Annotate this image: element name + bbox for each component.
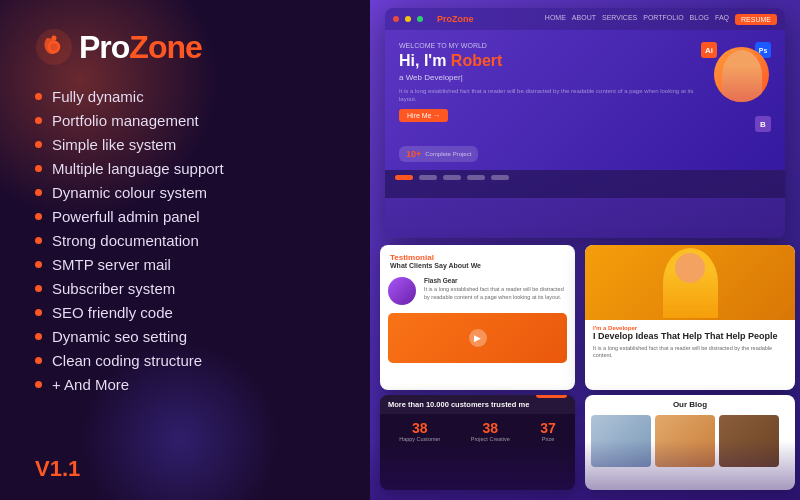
blog-image-1 [591, 415, 651, 467]
logo-pro: Pro [79, 29, 129, 65]
stat-prize-label: Prize [540, 436, 556, 442]
nav-links: HOME ABOUT SERVICES PORTFOLIO BLOG FAQ R… [545, 14, 777, 25]
main-mockup: ProZone HOME ABOUT SERVICES PORTFOLIO BL… [385, 8, 785, 238]
nav-dot-red [393, 16, 399, 22]
nav-link-about: ABOUT [572, 14, 596, 25]
reviewer-avatar [388, 277, 416, 305]
developer-head [675, 253, 705, 283]
footer-dot-1 [395, 175, 413, 180]
logo-area: ProZone [35, 28, 360, 66]
svg-point-2 [52, 36, 57, 41]
list-item: Powerfull admin panel [35, 208, 360, 225]
blog-image-2 [655, 415, 715, 467]
project-title: More than 10.000 customers trusted me [388, 400, 567, 409]
stat-prize-num: 37 [540, 420, 556, 436]
list-item: Fully dynamic [35, 88, 360, 105]
left-panel: ProZone Fully dynamic Portfolio manageme… [0, 0, 390, 500]
list-item: SEO friendly code [35, 304, 360, 321]
footer-dot-4 [467, 175, 485, 180]
logo-text: ProZone [79, 29, 202, 66]
blog-title: Our Blog [593, 400, 787, 409]
testimonial-content: Flash Gear It is a long established fact… [424, 277, 567, 305]
hero-welcome: WELCOME TO MY WORLD [399, 42, 701, 49]
mockup-navbar: ProZone HOME ABOUT SERVICES PORTFOLIO BL… [385, 8, 785, 30]
testimonial-header: Testimonial What Clients Say About We [380, 245, 575, 273]
blog-images [585, 412, 795, 470]
reviewer-name: Flash Gear [424, 277, 567, 284]
logo-zone: Zone [129, 29, 201, 65]
bullet-icon [35, 93, 42, 100]
hero-avatar-area: Ai Ps B [701, 42, 771, 142]
hero-section: WELCOME TO MY WORLD Hi, I'm Robert a Web… [385, 30, 785, 170]
testimonial-tag: Testimonial [390, 253, 565, 262]
developer-title: I Develop Ideas That Help That Help Peop… [593, 331, 787, 343]
blog-header: Our Blog [585, 395, 795, 412]
stat-happy-label: Happy Customer [399, 436, 440, 442]
nav-link-home: HOME [545, 14, 566, 25]
developer-info: I'm a Developer I Develop Ideas That Hel… [585, 320, 795, 365]
list-item: Multiple language support [35, 160, 360, 177]
bullet-icon [35, 117, 42, 124]
play-button[interactable]: ▶ [469, 329, 487, 347]
list-item: Simple like system [35, 136, 360, 153]
video-thumbnail[interactable]: ▶ [388, 313, 567, 363]
testimonial-body: Flash Gear It is a long established fact… [380, 273, 575, 309]
version-badge: V1.1 [35, 456, 80, 482]
badge-bootstrap: B [755, 116, 771, 132]
developer-desc: It is a long established fact that a rea… [593, 345, 787, 360]
hero-role: a Web Developer| [399, 73, 701, 82]
bullet-icon [35, 189, 42, 196]
nav-dot-green [417, 16, 423, 22]
nav-link-services: SERVICES [602, 14, 637, 25]
nav-logo: ProZone [437, 14, 474, 24]
bullet-icon [35, 237, 42, 244]
bullet-icon [35, 357, 42, 364]
resume-button[interactable]: RESUME [735, 14, 777, 25]
nav-link-blog: BLOG [690, 14, 709, 25]
feature-list: Fully dynamic Portfolio management Simpl… [35, 88, 360, 393]
stat-creative-num: 38 [471, 420, 510, 436]
bullet-icon [35, 333, 42, 340]
developer-card: I'm a Developer I Develop Ideas That Hel… [585, 245, 795, 390]
nav-link-faq: FAQ [715, 14, 729, 25]
hire-me-btn-2[interactable]: Hire Me [536, 395, 567, 398]
developer-figure [663, 248, 718, 318]
mockup-row-3: Hire Me More than 10.000 customers trust… [380, 395, 795, 490]
right-panel: ProZone HOME ABOUT SERVICES PORTFOLIO BL… [370, 0, 800, 500]
badge-ai: Ai [701, 42, 717, 58]
testimonial-text: It is a long established fact that a rea… [424, 286, 567, 301]
mockup-row-2: Testimonial What Clients Say About We Fl… [380, 245, 795, 390]
hire-me-button[interactable]: Hire Me → [399, 109, 448, 122]
project-stats: 38 Happy Customer 38 Project Creative 37… [380, 414, 575, 448]
list-item: Portfolio management [35, 112, 360, 129]
list-item: SMTP server mail [35, 256, 360, 273]
blog-image-3 [719, 415, 779, 467]
bullet-icon [35, 213, 42, 220]
blog-card: Our Blog [585, 395, 795, 490]
list-item: Dynamic colour system [35, 184, 360, 201]
stat-number: 10+ [406, 149, 421, 159]
avatar-circle [714, 47, 769, 102]
hero-greeting: Hi, I'm Robert [399, 52, 701, 70]
bullet-icon [35, 165, 42, 172]
project-stats-card: Hire Me More than 10.000 customers trust… [380, 395, 575, 490]
testimonial-title: What Clients Say About We [390, 262, 565, 269]
stat-label: Complete Project [425, 151, 471, 157]
nav-dot-yellow [405, 16, 411, 22]
testimonial-card: Testimonial What Clients Say About We Fl… [380, 245, 575, 390]
stat-happy-num: 38 [399, 420, 440, 436]
stat-box-2: 38 Project Creative [471, 420, 510, 442]
list-item: Strong documentation [35, 232, 360, 249]
hero-desc: It is a long established fact that a rea… [399, 87, 701, 104]
footer-dot-3 [443, 175, 461, 180]
list-item: Clean coding structure [35, 352, 360, 369]
footer-dot-5 [491, 175, 509, 180]
footer-dot-2 [419, 175, 437, 180]
hero-text: WELCOME TO MY WORLD Hi, I'm Robert a Web… [399, 42, 701, 158]
bullet-icon [35, 381, 42, 388]
bullet-icon [35, 141, 42, 148]
logo-icon [35, 28, 73, 66]
hero-stat: 10+ Complete Project [399, 146, 478, 162]
stat-box-3: 37 Prize [540, 420, 556, 442]
bullet-icon [35, 309, 42, 316]
